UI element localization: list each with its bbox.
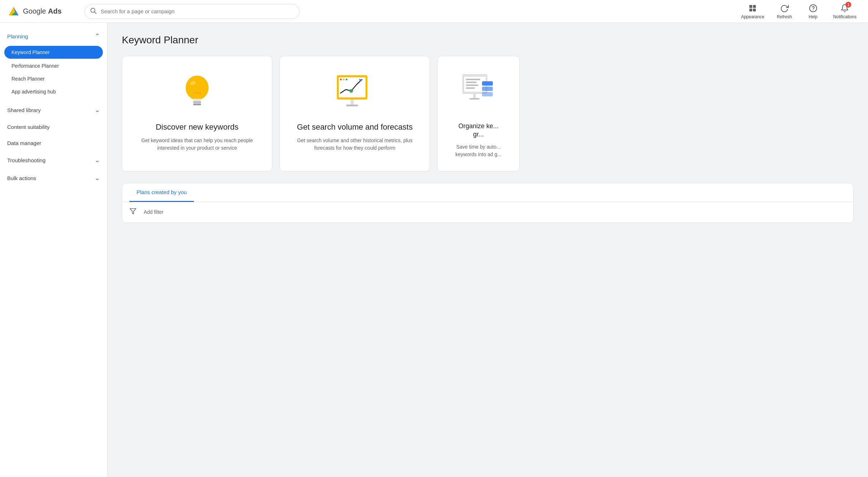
sidebar-planning-label: Planning xyxy=(7,33,28,39)
refresh-icon xyxy=(779,3,790,13)
search-volume-card[interactable]: Get search volume and forecasts Get sear… xyxy=(280,56,430,172)
sidebar-item-content-suitability[interactable]: Content suitability xyxy=(0,119,107,135)
logo-area: Google Ads xyxy=(7,5,72,18)
search-volume-desc: Get search volume and other historical m… xyxy=(291,137,418,152)
bulk-actions-label: Bulk actions xyxy=(7,175,36,181)
svg-point-15 xyxy=(191,96,204,99)
shared-library-label: Shared library xyxy=(7,107,40,113)
svg-line-1 xyxy=(95,12,96,14)
sidebar-item-troubleshooting[interactable]: Troubleshooting ⌄ xyxy=(0,151,107,169)
discover-keywords-title: Discover new keywords xyxy=(156,122,238,132)
sidebar-item-app-advertising-hub[interactable]: App advertising hub xyxy=(0,85,107,98)
organize-keywords-card[interactable]: Organize ke...gr... Save time by auto...… xyxy=(437,56,520,172)
svg-rect-14 xyxy=(193,103,201,105)
content-suitability-label: Content suitability xyxy=(7,124,49,130)
sidebar-item-reach-planner[interactable]: Reach Planner xyxy=(0,72,107,85)
svg-marker-36 xyxy=(130,208,136,214)
svg-rect-13 xyxy=(193,101,201,103)
notification-badge: 1 xyxy=(845,2,851,8)
top-navigation: Google Ads Appearance xyxy=(0,0,868,23)
svg-rect-35 xyxy=(469,98,480,100)
svg-rect-32 xyxy=(482,87,493,91)
svg-rect-28 xyxy=(466,82,477,83)
organize-illustration xyxy=(457,71,500,114)
svg-rect-23 xyxy=(350,100,354,105)
svg-rect-27 xyxy=(466,79,480,80)
svg-rect-24 xyxy=(346,105,358,106)
svg-rect-3 xyxy=(753,5,756,8)
svg-point-20 xyxy=(346,79,348,81)
sidebar: Planning ⌃ Keyword Planner Performance P… xyxy=(0,23,108,477)
main-content: Keyword Planner xyxy=(108,23,868,477)
sidebar-item-data-manager[interactable]: Data manager xyxy=(0,135,107,151)
lightbulb-illustration xyxy=(176,71,219,114)
chart-illustration xyxy=(333,71,376,114)
svg-point-19 xyxy=(343,79,345,81)
data-manager-label: Data manager xyxy=(7,140,41,146)
nav-actions: Appearance Refresh Help xyxy=(737,1,861,21)
bulk-actions-chevron-down-icon: ⌄ xyxy=(95,174,100,182)
svg-point-18 xyxy=(340,79,342,81)
troubleshooting-chevron-down-icon: ⌄ xyxy=(95,156,100,164)
filter-row: Add filter xyxy=(122,202,853,223)
organize-keywords-desc: Save time by auto... keywords into ad g.… xyxy=(449,143,508,158)
svg-rect-34 xyxy=(473,94,476,98)
svg-rect-5 xyxy=(753,9,756,11)
google-ads-logo-icon xyxy=(7,5,20,18)
organize-keywords-title: Organize ke...gr... xyxy=(458,122,499,139)
refresh-button[interactable]: Refresh xyxy=(772,1,797,21)
google-ads-logo[interactable]: Google Ads xyxy=(7,5,62,18)
plans-section: Plans created by you Add filter xyxy=(122,183,854,223)
discover-keywords-desc: Get keyword ideas that can help you reac… xyxy=(134,137,261,152)
cards-row: Discover new keywords Get keyword ideas … xyxy=(122,56,854,172)
sidebar-item-keyword-planner[interactable]: Keyword Planner xyxy=(4,46,103,59)
svg-point-8 xyxy=(186,76,209,100)
svg-rect-30 xyxy=(466,87,475,89)
svg-rect-33 xyxy=(482,92,493,96)
sidebar-planning-items: Keyword Planner Performance Planner Reac… xyxy=(0,44,107,100)
help-icon xyxy=(808,3,818,13)
sidebar-item-shared-library[interactable]: Shared library ⌄ xyxy=(0,101,107,119)
search-icon xyxy=(90,7,97,16)
refresh-label: Refresh xyxy=(777,14,792,19)
svg-point-22 xyxy=(349,89,353,93)
logo-text: Google Ads xyxy=(23,7,62,15)
troubleshooting-label: Troubleshooting xyxy=(7,157,46,163)
svg-rect-2 xyxy=(749,5,752,8)
sidebar-planning-header[interactable]: Planning ⌃ xyxy=(0,29,107,44)
sidebar-section-planning: Planning ⌃ Keyword Planner Performance P… xyxy=(0,29,107,100)
notifications-button[interactable]: 1 Notifications xyxy=(829,1,861,21)
help-button[interactable]: Help xyxy=(800,1,826,21)
appearance-button[interactable]: Appearance xyxy=(737,1,769,21)
filter-icon xyxy=(129,208,137,217)
svg-rect-31 xyxy=(482,81,493,86)
add-filter-button[interactable]: Add filter xyxy=(141,208,166,216)
search-volume-title: Get search volume and forecasts xyxy=(297,122,413,132)
page-title: Keyword Planner xyxy=(122,34,854,46)
app-body: Planning ⌃ Keyword Planner Performance P… xyxy=(0,23,868,477)
appearance-icon xyxy=(748,3,758,13)
sidebar-item-performance-planner[interactable]: Performance Planner xyxy=(0,59,107,72)
discover-keywords-card[interactable]: Discover new keywords Get keyword ideas … xyxy=(122,56,272,172)
sidebar-item-bulk-actions[interactable]: Bulk actions ⌄ xyxy=(0,169,107,187)
notifications-label: Notifications xyxy=(833,14,857,19)
search-input[interactable] xyxy=(85,4,300,19)
search-bar xyxy=(85,4,300,19)
help-label: Help xyxy=(809,14,817,19)
svg-rect-4 xyxy=(749,9,752,11)
notifications-icon: 1 xyxy=(840,3,850,13)
svg-rect-29 xyxy=(466,85,478,86)
shared-library-chevron-down-icon: ⌄ xyxy=(95,106,100,114)
tab-plans-created-by-you[interactable]: Plans created by you xyxy=(129,183,194,202)
appearance-label: Appearance xyxy=(741,14,764,19)
planning-chevron-up-icon: ⌃ xyxy=(95,32,100,40)
plans-tabs: Plans created by you xyxy=(122,183,853,202)
